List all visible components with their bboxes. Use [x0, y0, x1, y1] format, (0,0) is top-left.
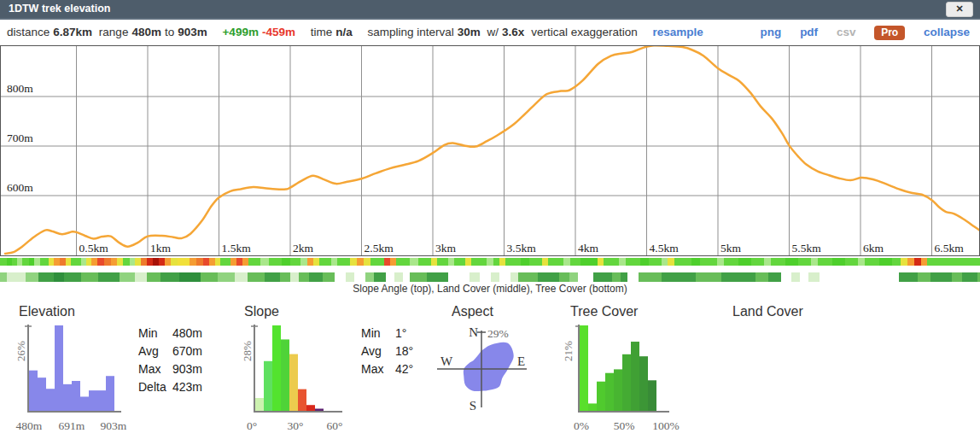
- strip-segment: [798, 258, 811, 266]
- strip-segment: [930, 272, 952, 282]
- strip-segment: [621, 272, 627, 282]
- strip-segment: [165, 258, 171, 266]
- strip-segment: [771, 258, 785, 266]
- strip-segment: [236, 258, 242, 266]
- strip-segment: [418, 258, 431, 266]
- slope-histogram: [247, 323, 349, 419]
- stat-row: Max42°: [361, 360, 413, 378]
- strip-segment: [598, 258, 604, 266]
- png-link[interactable]: png: [761, 26, 782, 38]
- strip-segment: [448, 272, 470, 282]
- strip-segment: [593, 272, 612, 282]
- resample-link[interactable]: resample: [652, 26, 703, 38]
- strip-segment: [811, 258, 818, 266]
- strip-segment: [952, 272, 962, 282]
- stat-label: Max: [361, 360, 395, 378]
- range-max: 903m: [178, 26, 207, 38]
- stat-value: 42°: [395, 362, 413, 376]
- aspect-south-label: S: [470, 399, 476, 413]
- x-axis-label: 1km: [150, 242, 172, 255]
- x-axis-label: 0.5km: [79, 242, 109, 255]
- strip-segment: [521, 258, 529, 266]
- strip-segment: [696, 272, 721, 282]
- strip-segment: [907, 258, 914, 266]
- strip-segment: [60, 258, 66, 266]
- close-icon: ✕: [955, 3, 963, 14]
- sampling-value: 30m: [458, 26, 481, 38]
- strip-segment: [0, 272, 7, 282]
- collapse-link[interactable]: collapse: [924, 26, 970, 38]
- strip-segment: [901, 258, 907, 266]
- histogram-bar: [272, 325, 281, 411]
- strip-segment: [921, 258, 927, 266]
- strip-segment: [365, 272, 374, 282]
- strip-segment: [768, 272, 781, 282]
- strip-segment: [604, 258, 619, 266]
- strip-segment: [933, 258, 980, 266]
- y-axis-label: 600m: [7, 181, 33, 194]
- aspect-max-label: 29%: [487, 327, 509, 340]
- strip-segment: [196, 258, 203, 266]
- strip-segment: [282, 258, 290, 266]
- stat-label: Avg: [361, 342, 395, 360]
- stat-value: 1°: [395, 326, 406, 340]
- y-axis-label: 700m: [7, 132, 33, 144]
- strip-segment: [111, 258, 117, 266]
- strip-segment: [147, 258, 153, 266]
- stat-label: Avg: [138, 342, 172, 360]
- tree-cover-strip: [0, 272, 980, 282]
- slope-angle-strip: [0, 258, 980, 266]
- strip-segment: [299, 272, 309, 282]
- histogram-bar: [315, 409, 324, 412]
- elevation-profile-chart[interactable]: 600m700m800m0.5km1km1.5km2km2.5km3km3.5k…: [0, 45, 980, 256]
- strip-segment: [410, 272, 427, 282]
- strip-segment: [548, 258, 563, 266]
- stat-label: Min: [138, 325, 172, 342]
- slope-xtick-1: 30°: [288, 419, 304, 433]
- aspect-east-label: E: [517, 354, 525, 368]
- stat-row: Min1°: [361, 325, 413, 342]
- strip-segment: [390, 258, 396, 266]
- strip-segment: [135, 258, 141, 266]
- strip-segment: [832, 258, 845, 266]
- strip-segment: [15, 272, 26, 282]
- histogram-bar: [614, 369, 622, 411]
- strip-segment: [580, 258, 598, 266]
- close-button[interactable]: ✕: [946, 2, 973, 17]
- stat-row: Delta423m: [138, 378, 202, 396]
- strip-segment: [7, 272, 15, 282]
- strip-segment: [791, 272, 800, 282]
- elevation-panel-title: Elevation: [19, 304, 75, 319]
- strip-segment: [649, 258, 662, 266]
- strip-segment: [230, 258, 236, 266]
- histogram-bar: [38, 378, 46, 411]
- summary-panels: Elevation 26% 480m 691m 903m Min480mAvg6…: [0, 301, 980, 439]
- strip-segment: [721, 272, 755, 282]
- x-axis-label: 6.5km: [935, 242, 965, 255]
- pdf-link[interactable]: pdf: [800, 26, 818, 38]
- strip-segment: [808, 272, 820, 282]
- histogram-bar: [63, 384, 72, 411]
- stat-label: Delta: [138, 378, 172, 396]
- strip-segment: [626, 258, 640, 266]
- distance-value: 6.87km: [53, 26, 92, 38]
- histogram-bar: [46, 389, 55, 411]
- strip-segment: [542, 258, 548, 266]
- strip-segment: [899, 272, 918, 282]
- strip-segment: [570, 258, 580, 266]
- land-cover-strip: [0, 266, 980, 272]
- strip-segment: [410, 258, 418, 266]
- strip-segment: [717, 258, 724, 266]
- strip-segment: [755, 272, 768, 282]
- pro-badge[interactable]: Pro: [874, 26, 905, 40]
- range-min: 480m: [131, 26, 161, 38]
- strip-segment: [914, 258, 921, 266]
- strip-segment: [518, 272, 538, 282]
- strip-segment: [448, 258, 454, 266]
- strip-segment: [265, 272, 280, 282]
- strip-segment: [785, 258, 798, 266]
- strip-segment: [120, 272, 135, 282]
- strip-segment: [141, 258, 147, 266]
- x-axis-label: 3.5km: [507, 242, 537, 255]
- csv-link[interactable]: csv: [837, 26, 856, 38]
